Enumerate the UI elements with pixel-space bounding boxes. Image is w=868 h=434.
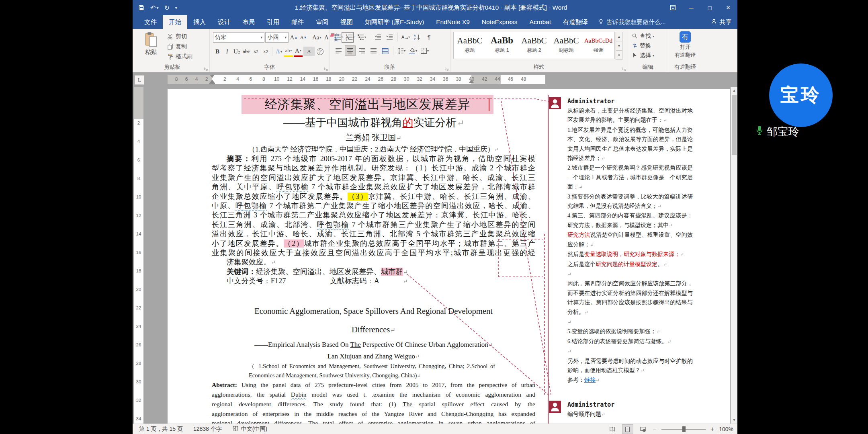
print-layout-icon[interactable] xyxy=(622,425,633,434)
style-item[interactable]: AaBb标题 1 xyxy=(486,32,518,59)
vertical-scrollbar[interactable]: ▲ ▼ xyxy=(731,87,737,424)
italic-button[interactable]: I xyxy=(223,47,231,56)
text-effects-icon[interactable]: A▾ xyxy=(274,47,283,56)
font-size-select[interactable]: 小四▾ xyxy=(265,32,289,43)
grow-font-button[interactable]: A▲ xyxy=(289,33,298,42)
select-button[interactable]: 选择▾ xyxy=(632,52,654,59)
distribute-icon[interactable] xyxy=(380,46,390,55)
numbering-icon[interactable]: 123▾ xyxy=(345,32,355,42)
scrollbar-thumb[interactable] xyxy=(732,95,737,155)
subscript-button[interactable]: x2 xyxy=(252,47,260,56)
left-indent-marker[interactable] xyxy=(209,83,215,84)
bold-button[interactable]: B xyxy=(213,47,222,56)
zoom-slider-thumb[interactable] xyxy=(682,426,686,432)
web-layout-icon[interactable] xyxy=(638,425,648,434)
increase-indent-icon[interactable] xyxy=(385,32,395,42)
save-icon[interactable] xyxy=(138,4,145,11)
language-indicator[interactable]: 中文(中国) xyxy=(232,426,267,433)
share-button[interactable]: 共享 xyxy=(711,15,732,29)
styles-dialog-launcher-icon[interactable] xyxy=(622,66,626,70)
open-youdao-button[interactable]: 有 打开 有道翻译 xyxy=(668,31,702,59)
line-spacing-icon[interactable]: ▾ xyxy=(396,46,406,55)
borders-icon[interactable]: ▾ xyxy=(420,46,430,55)
tab-mailings[interactable]: 邮件 xyxy=(285,15,310,29)
hanging-indent-marker[interactable] xyxy=(210,80,215,83)
comment[interactable]: Administrator从标题来看，主要是分析经济集聚、空间溢出对地区发展差异… xyxy=(549,96,696,385)
customize-qat-icon[interactable]: ▾ xyxy=(175,6,177,10)
maximize-button[interactable]: □ xyxy=(700,0,719,15)
find-button[interactable]: 查找▾ xyxy=(632,33,654,40)
tab-review[interactable]: 审阅 xyxy=(310,15,334,29)
strikethrough-button[interactable]: abc xyxy=(242,47,251,56)
tab-design[interactable]: 设计 xyxy=(212,15,236,29)
scroll-down-icon[interactable]: ▼ xyxy=(731,416,737,424)
cut-button[interactable]: 剪切 xyxy=(167,33,187,40)
align-right-icon[interactable] xyxy=(357,46,367,55)
redo-icon[interactable]: ↻ xyxy=(164,4,169,12)
tab-acrobat[interactable]: Acrobat xyxy=(524,15,557,29)
comment[interactable]: Administrator编号顺序问题↵ xyxy=(549,400,696,419)
paste-button[interactable]: 粘贴 xyxy=(140,32,162,56)
style-item[interactable]: AaBbC标题 2 xyxy=(518,32,550,59)
tab-view[interactable]: 视图 xyxy=(334,15,359,29)
underline-button[interactable]: U▾ xyxy=(232,47,241,56)
copy-button[interactable]: 复制 xyxy=(167,43,187,50)
styles-scroll-down-icon[interactable]: ▼ xyxy=(616,41,622,51)
zoom-level[interactable]: 100% xyxy=(719,426,733,432)
tab-insert[interactable]: 插入 xyxy=(187,15,212,29)
sort-icon[interactable]: AZ xyxy=(412,32,422,42)
show-hide-pilcrow-icon[interactable]: ¶ xyxy=(424,32,434,42)
vertical-ruler[interactable]: 246810121416182022242628303234 xyxy=(134,87,143,424)
style-item[interactable]: AaBbC标题 xyxy=(454,32,486,59)
tab-references[interactable]: 引用 xyxy=(261,15,285,29)
multilevel-list-icon[interactable]: ▾ xyxy=(357,32,367,42)
change-case-button[interactable]: Aa▾ xyxy=(312,33,321,42)
first-line-indent-marker[interactable] xyxy=(210,75,215,78)
style-item[interactable]: AaBbC副标题 xyxy=(550,32,582,59)
font-color-icon[interactable]: A▾ xyxy=(294,46,303,57)
tell-me-box[interactable]: 告诉我您想要做什么... xyxy=(598,15,666,29)
zoom-slider[interactable] xyxy=(661,429,706,430)
styles-more-icon[interactable]: ≡ xyxy=(616,51,622,60)
align-left-icon[interactable] xyxy=(334,46,344,55)
minimize-button[interactable]: ─ xyxy=(682,0,700,15)
shading-icon[interactable]: ▾ xyxy=(408,46,418,55)
justify-icon[interactable] xyxy=(368,46,379,55)
read-mode-icon[interactable] xyxy=(607,425,618,434)
align-center-icon[interactable] xyxy=(345,46,355,55)
tab-endnote[interactable]: EndNote X9 xyxy=(430,15,476,29)
character-shading-icon[interactable]: A xyxy=(303,47,315,56)
ribbon-display-options-icon[interactable] xyxy=(663,0,682,15)
word-count[interactable]: 12838 个字 xyxy=(193,426,222,433)
document-page[interactable]: 经济集聚、空间溢出与地区发展差异——基于中国城市群视角的实证分析↵兰秀娟 张卫国… xyxy=(168,89,730,424)
close-button[interactable]: × xyxy=(719,0,737,15)
style-item[interactable]: AaBbCcDd强调 xyxy=(582,32,614,59)
zoom-out-button[interactable]: − xyxy=(653,426,657,433)
page-indicator[interactable]: 第 1 页，共 15 页 xyxy=(139,426,183,433)
paragraph-dialog-launcher-icon[interactable] xyxy=(444,66,449,70)
tab-cnki[interactable]: 知网研学 (原E-Study) xyxy=(359,15,430,29)
font-name-select[interactable]: 仿宋▾ xyxy=(213,32,264,43)
comment-link[interactable]: 链接 xyxy=(584,377,596,383)
tab-youdao[interactable]: 有道翻译 xyxy=(557,15,594,29)
shrink-font-button[interactable]: A▼ xyxy=(299,33,308,42)
text-highlight-icon[interactable]: ab▾ xyxy=(284,46,293,57)
superscript-button[interactable]: x2 xyxy=(261,47,270,56)
tab-noteexpress[interactable]: NoteExpress xyxy=(476,15,524,29)
font-dialog-launcher-icon[interactable] xyxy=(324,66,328,70)
enclose-characters-icon[interactable]: 字 xyxy=(315,47,324,56)
tab-layout[interactable]: 布局 xyxy=(236,15,261,29)
horizontal-ruler[interactable]: 8642246810121416182022242628303234363840… xyxy=(168,75,545,84)
tab-file[interactable]: 文件 xyxy=(138,15,163,29)
scroll-up-icon[interactable]: ▲ xyxy=(731,87,737,94)
zoom-in-button[interactable]: + xyxy=(710,426,714,433)
tab-home[interactable]: 开始 xyxy=(163,15,187,29)
tab-selector[interactable]: L xyxy=(135,75,144,85)
replace-button[interactable]: 替换 xyxy=(632,42,651,49)
decrease-indent-icon[interactable] xyxy=(373,32,383,42)
undo-icon[interactable]: ↶▾ xyxy=(150,4,158,12)
format-painter-button[interactable]: 格式刷 xyxy=(167,53,192,60)
styles-scroll-up-icon[interactable]: ▲ xyxy=(616,32,622,41)
clipboard-dialog-launcher-icon[interactable] xyxy=(204,66,208,70)
bullets-icon[interactable]: ▾ xyxy=(334,32,344,42)
